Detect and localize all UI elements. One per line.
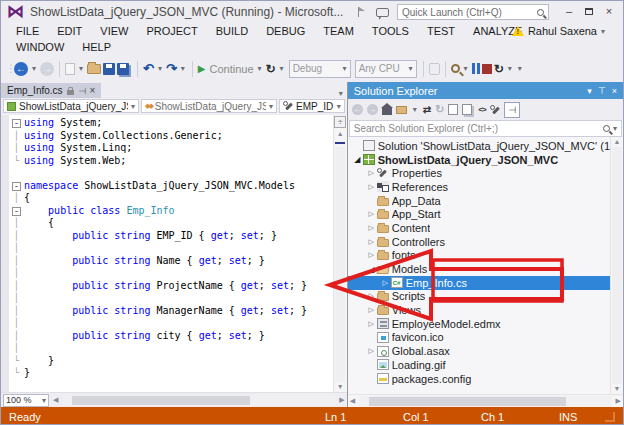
- type-dropdown[interactable]: ◆◆ ShowListData_jQuery_JS ▾: [141, 99, 277, 113]
- tree-item-employeemodel-edmx[interactable]: ▷EmployeeModel.edmx: [348, 317, 610, 331]
- tree-item-packages-config[interactable]: packages.config: [348, 372, 610, 386]
- close-tab-icon[interactable]: ×: [89, 85, 95, 96]
- tree-item-showlistdata-jquery-json-mvc[interactable]: ◢ShowListData_jQuery_JSON_MVC: [348, 153, 610, 167]
- chevron-down-icon[interactable]: ▾: [516, 60, 524, 78]
- expander-collapsed-icon[interactable]: ▷: [366, 224, 377, 232]
- sync-active-icon[interactable]: ⇄: [423, 102, 431, 118]
- scroll-left-icon[interactable]: ◀: [348, 397, 357, 405]
- menu-help[interactable]: HELP: [73, 39, 120, 55]
- zoom-level-dropdown[interactable]: 100 % ▾: [3, 394, 49, 407]
- maximize-button[interactable]: [579, 4, 599, 20]
- continue-play-icon[interactable]: ▶: [198, 63, 206, 74]
- scrollbar-track[interactable]: [612, 147, 622, 384]
- tree-item-favicon-ico[interactable]: favicon.ico: [348, 331, 610, 345]
- expander-expanded-icon[interactable]: ◢: [366, 265, 377, 274]
- expander-collapsed-icon[interactable]: ▷: [366, 306, 377, 314]
- new-file-icon[interactable]: [65, 63, 75, 75]
- menu-team[interactable]: TEAM: [314, 23, 363, 39]
- fold-margin[interactable]: -: [9, 180, 24, 193]
- scroll-right-icon[interactable]: ▶: [337, 396, 346, 404]
- expander-collapsed-icon[interactable]: ▷: [366, 169, 377, 177]
- find-icon[interactable]: [451, 64, 460, 73]
- scroll-up-icon[interactable]: ▲: [337, 129, 344, 139]
- chevron-down-icon[interactable]: ▾: [77, 60, 85, 78]
- chevron-down-icon[interactable]: ▾: [506, 60, 514, 78]
- menu-project[interactable]: PROJECT: [137, 23, 206, 39]
- scroll-left-icon[interactable]: ◀: [51, 396, 60, 404]
- nav-forward-icon[interactable]: →: [40, 62, 54, 76]
- properties-page-icon[interactable]: [448, 102, 458, 118]
- chevron-down-icon[interactable]: ▾: [411, 102, 419, 118]
- fold-margin[interactable]: -: [9, 117, 24, 130]
- debug-configuration-dropdown[interactable]: Debug▾: [289, 60, 351, 78]
- scroll-down-icon[interactable]: ▼: [614, 384, 621, 394]
- notifications-flag-icon[interactable]: [357, 7, 366, 17]
- tree-item-properties[interactable]: ▷Properties: [348, 166, 610, 180]
- preview-icon[interactable]: [462, 102, 474, 118]
- expander-collapsed-icon[interactable]: ▷: [366, 251, 377, 259]
- chevron-down-icon[interactable]: ▾: [30, 60, 38, 78]
- expander-collapsed-icon[interactable]: ▷: [366, 238, 377, 246]
- editor-horizontal-scrollbar[interactable]: [62, 395, 335, 406]
- pin-pressed-icon[interactable]: ⊤: [504, 102, 520, 118]
- fold-margin[interactable]: -: [9, 205, 24, 218]
- restart-icon[interactable]: ↻: [266, 62, 276, 76]
- tree-item-app-start[interactable]: ▷App_Start: [348, 207, 610, 221]
- expander-expanded-icon[interactable]: ◢: [352, 155, 363, 164]
- menu-debug[interactable]: DEBUG: [257, 23, 314, 39]
- tree-item-emp-info-cs[interactable]: ▷Emp_Info.cs: [348, 276, 610, 290]
- account-menu[interactable]: Rahul Saxena ▾: [512, 25, 605, 37]
- code-editor[interactable]: -using System;│using System.Collections.…: [9, 115, 333, 392]
- tree-item-app-data[interactable]: App_Data: [348, 194, 610, 208]
- chevron-down-icon[interactable]: ▾: [156, 60, 164, 78]
- redo-icon[interactable]: ↷: [166, 61, 177, 76]
- se-forward-icon[interactable]: →: [367, 102, 378, 118]
- tab-list-dropdown-icon[interactable]: ▾: [335, 89, 347, 98]
- nav-back-icon[interactable]: ←: [14, 62, 28, 76]
- save-all-icon[interactable]: [117, 63, 129, 75]
- tree-item-models[interactable]: ◢Models: [348, 262, 610, 276]
- tree-item-fonts[interactable]: ▷fonts: [348, 249, 610, 263]
- expander-collapsed-icon[interactable]: ▷: [366, 347, 377, 355]
- editor-splitter-handle[interactable]: ÷: [334, 116, 346, 128]
- expander-collapsed-icon[interactable]: ▷: [366, 210, 377, 218]
- undo-icon[interactable]: ↶: [143, 61, 154, 76]
- scroll-down-icon[interactable]: ▼: [337, 382, 344, 392]
- attach-process-icon[interactable]: [429, 63, 440, 75]
- tree-horizontal-scrollbar[interactable]: ◀ ▶: [348, 394, 623, 407]
- chevron-down-icon[interactable]: ▾: [278, 60, 286, 78]
- restart-app-icon[interactable]: ↻: [494, 62, 504, 76]
- home-icon[interactable]: [382, 102, 392, 118]
- wrench-icon[interactable]: [490, 102, 500, 118]
- quick-launch-input[interactable]: Quick Launch (Ctrl+Q): [397, 4, 549, 20]
- window-position-dropdown-icon[interactable]: ▾: [587, 86, 592, 96]
- refresh-icon[interactable]: ↻: [435, 102, 444, 118]
- menu-window[interactable]: WINDOW: [7, 39, 73, 55]
- expander-collapsed-icon[interactable]: ▷: [366, 320, 377, 328]
- open-file-icon[interactable]: [87, 64, 101, 74]
- stop-debug-icon[interactable]: [482, 64, 492, 74]
- chevron-down-icon[interactable]: ▾: [179, 60, 187, 78]
- menu-view[interactable]: VIEW: [91, 23, 137, 39]
- menu-tools[interactable]: TOOLS: [363, 23, 418, 39]
- code-view-icon[interactable]: <>: [478, 102, 485, 118]
- save-icon[interactable]: [103, 63, 115, 75]
- tab-emp-info-cs[interactable]: Emp_Info.cs ⊤ ×: [1, 83, 101, 98]
- solution-explorer-header[interactable]: Solution Explorer ▾ ⊤ ×: [348, 82, 623, 99]
- collapse-all-icon[interactable]: [396, 102, 407, 118]
- tree-item-controllers[interactable]: ▷Controllers: [348, 235, 610, 249]
- se-back-icon[interactable]: ←: [352, 102, 363, 118]
- pin-tab-icon[interactable]: ⊤: [77, 87, 87, 95]
- minimize-button[interactable]: –: [559, 4, 579, 20]
- solution-platform-dropdown[interactable]: Any CPU▾: [355, 60, 417, 78]
- menu-test[interactable]: TEST: [418, 23, 464, 39]
- expander-collapsed-icon[interactable]: ▷: [366, 183, 377, 191]
- member-dropdown[interactable]: EMP_ID ▾: [279, 99, 345, 113]
- auto-hide-pin-icon[interactable]: ⊤: [598, 86, 606, 96]
- chevron-down-icon[interactable]: ▾: [256, 60, 264, 78]
- scroll-right-icon[interactable]: ▶: [614, 397, 623, 405]
- project-dropdown[interactable]: ShowListData_jQuery_JS ▾: [3, 99, 139, 113]
- feedback-icon[interactable]: [376, 8, 389, 17]
- close-panel-icon[interactable]: ×: [612, 86, 617, 96]
- tree-item-global-asax[interactable]: ▷Global.asax: [348, 344, 610, 358]
